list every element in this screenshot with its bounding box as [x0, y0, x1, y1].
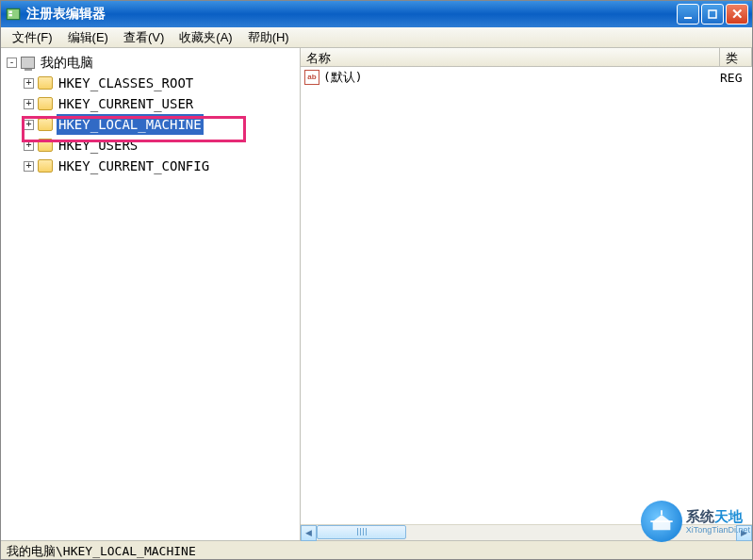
expander-icon[interactable]: +: [24, 120, 34, 130]
tree-item-hklm[interactable]: + HKEY_LOCAL_MACHINE: [24, 114, 300, 135]
list-pane: 名称 类 ab (默认) REG ◀ ▶: [301, 48, 752, 540]
column-header-type[interactable]: 类: [720, 48, 752, 66]
tree-label-selected[interactable]: HKEY_LOCAL_MACHINE: [57, 114, 204, 135]
svg-rect-0: [7, 8, 20, 19]
tree-item-hkcu[interactable]: + HKEY_CURRENT_USER: [24, 93, 300, 114]
watermark-url: XiTongTianDi.net: [686, 525, 750, 535]
regedit-icon: [5, 6, 22, 23]
value-type: REG: [720, 71, 748, 85]
folder-icon: [38, 139, 53, 152]
menubar: 文件(F) 编辑(E) 查看(V) 收藏夹(A) 帮助(H): [1, 27, 752, 48]
window-title: 注册表编辑器: [26, 6, 677, 23]
status-path: 我的电脑\HKEY_LOCAL_MACHINE: [7, 544, 196, 558]
expander-icon[interactable]: +: [24, 78, 34, 89]
svg-rect-2: [9, 14, 12, 16]
string-value-icon: ab: [304, 70, 319, 85]
watermark: 系统天地 XiTongTianDi.net: [641, 501, 750, 542]
computer-icon: [21, 57, 35, 69]
statusbar: 我的电脑\HKEY_LOCAL_MACHINE: [1, 540, 752, 559]
expander-icon[interactable]: +: [24, 140, 34, 151]
watermark-logo-icon: [641, 501, 682, 542]
list-row[interactable]: ab (默认) REG: [304, 69, 748, 86]
expander-icon[interactable]: +: [24, 161, 34, 172]
folder-icon: [38, 76, 53, 90]
content-area: - 我的电脑 + HKEY_CLASSES_ROOT + HKEY_CURREN…: [1, 48, 752, 540]
maximize-button[interactable]: [701, 4, 724, 25]
minimize-button[interactable]: [677, 4, 699, 25]
expander-icon[interactable]: -: [7, 58, 17, 68]
tree-item-my-computer[interactable]: - 我的电脑: [7, 52, 300, 73]
tree-item-hkcr[interactable]: + HKEY_CLASSES_ROOT: [24, 73, 300, 93]
tree-label[interactable]: HKEY_CLASSES_ROOT: [57, 73, 195, 93]
tree-label[interactable]: HKEY_CURRENT_USER: [57, 93, 195, 114]
folder-icon: [38, 97, 53, 110]
watermark-brand: 系统天地: [686, 508, 750, 525]
folder-open-icon: [38, 118, 53, 131]
list-header: 名称 类: [301, 48, 752, 67]
svg-rect-4: [709, 10, 716, 18]
watermark-text: 系统天地 XiTongTianDi.net: [686, 508, 750, 535]
svg-rect-1: [9, 11, 12, 13]
menu-view[interactable]: 查看(V): [116, 27, 172, 48]
tree-root-node: - 我的电脑 + HKEY_CLASSES_ROOT + HKEY_CURREN…: [7, 52, 300, 176]
menu-help[interactable]: 帮助(H): [240, 27, 297, 48]
tree-label[interactable]: 我的电脑: [39, 52, 95, 73]
close-button[interactable]: ✕: [726, 4, 748, 25]
list-body[interactable]: ab (默认) REG: [301, 67, 752, 524]
tree-children: + HKEY_CLASSES_ROOT + HKEY_CURRENT_USER …: [7, 73, 300, 176]
tree-pane[interactable]: - 我的电脑 + HKEY_CLASSES_ROOT + HKEY_CURREN…: [1, 48, 301, 540]
titlebar: 注册表编辑器 ✕: [1, 1, 752, 27]
menu-file[interactable]: 文件(F): [5, 27, 60, 48]
tree-label[interactable]: HKEY_USERS: [57, 135, 139, 156]
svg-rect-3: [684, 17, 692, 19]
column-header-name[interactable]: 名称: [301, 48, 720, 66]
tree-label[interactable]: HKEY_CURRENT_CONFIG: [57, 156, 211, 176]
expander-icon[interactable]: +: [24, 99, 34, 109]
tree-item-hkcc[interactable]: + HKEY_CURRENT_CONFIG: [24, 156, 300, 176]
tree-item-hku[interactable]: + HKEY_USERS: [24, 135, 300, 156]
menu-edit[interactable]: 编辑(E): [60, 27, 116, 48]
scroll-left-icon[interactable]: ◀: [301, 525, 317, 541]
scrollbar-thumb[interactable]: [317, 525, 406, 539]
folder-icon: [38, 159, 53, 173]
value-name[interactable]: (默认): [323, 69, 720, 86]
window-controls: ✕: [677, 4, 748, 25]
menu-favorites[interactable]: 收藏夹(A): [172, 27, 239, 48]
